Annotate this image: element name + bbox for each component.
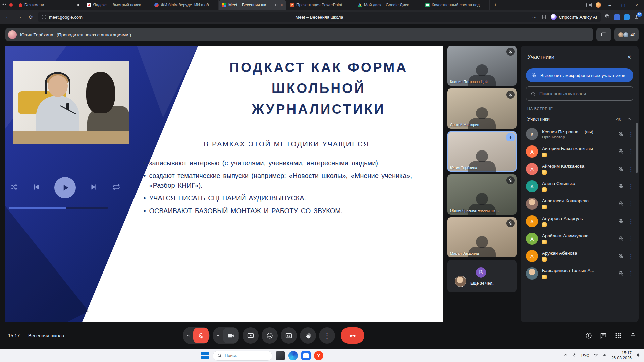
more-options-button[interactable]: ⋮ [628, 218, 633, 225]
previous-track-icon[interactable] [32, 183, 41, 193]
more-options-button[interactable]: ⋮ [628, 200, 633, 207]
notification-bell-icon[interactable] [636, 353, 641, 359]
tab-close-icon[interactable]: × [280, 3, 283, 7]
participant-row[interactable]: ААрайлым Алимкулова⋮ [523, 230, 636, 247]
more-options-button[interactable]: ⋮ [628, 253, 633, 260]
panel-scrollbar[interactable] [636, 123, 638, 173]
edge-icon[interactable] [288, 351, 298, 360]
mic-off-icon[interactable] [618, 218, 624, 224]
present-button[interactable] [243, 327, 259, 344]
tab-sheets[interactable]: Качественный состав пед [422, 0, 490, 10]
video-tile[interactable]: Марал Закарина [447, 217, 517, 257]
taskbar-app-icon[interactable] [276, 351, 285, 360]
mic-options-chevron[interactable] [184, 333, 193, 338]
site-info-icon[interactable] [42, 15, 46, 19]
tab-yandex-search[interactable]: ЯЯндекс — быстрый поиск [83, 0, 151, 10]
address-bar[interactable]: meet.google.com Meet – Весенняя школа ⋯ … [38, 12, 601, 22]
tray-chevron-icon[interactable] [563, 353, 568, 359]
meeting-details-button[interactable] [585, 332, 592, 339]
presentation-mode-button[interactable] [596, 28, 611, 41]
mic-off-icon[interactable] [618, 148, 624, 155]
network-icon[interactable] [593, 353, 598, 359]
participant-row[interactable]: ААружан Абенова⋮ [523, 247, 636, 265]
participant-row[interactable]: ААйгерим Бахытжанкызы⋮ [523, 143, 636, 160]
mute-all-button[interactable]: Выключить микрофоны всех участников [526, 68, 633, 82]
participants-count-button[interactable]: 40 [614, 28, 639, 41]
more-options-button[interactable]: ⋮ [628, 131, 633, 138]
mic-off-icon[interactable] [618, 183, 624, 189]
participants-group-header[interactable]: Участники 40 [523, 113, 636, 125]
video-tile[interactable]: Сергей Мисюрин [447, 88, 517, 129]
tab-meet[interactable]: Meet – Весенняя шк× [219, 0, 286, 10]
taskbar-search[interactable]: Поиск [213, 351, 272, 361]
mic-off-icon[interactable] [618, 131, 624, 137]
chat-button[interactable] [600, 332, 607, 339]
video-tile[interactable]: Юлия Терёхина [447, 131, 517, 172]
next-track-icon[interactable] [90, 183, 98, 193]
more-options-button[interactable]: ⋮ [628, 166, 633, 173]
minimize-button[interactable]: – [605, 0, 614, 10]
extension-icon[interactable] [614, 14, 620, 20]
participant-search-input[interactable] [539, 91, 629, 96]
bookmark-flag-icon[interactable] [541, 14, 547, 20]
forward-button[interactable]: → [15, 12, 24, 22]
participant-row[interactable]: ААйгерим Калжанова⋮ [523, 160, 636, 178]
tab-untitled[interactable]: Без имени [15, 0, 83, 10]
camera-toggle-button[interactable] [223, 328, 238, 343]
url-text[interactable]: meet.google.com [49, 15, 83, 20]
overflow-tile[interactable]: ВЕщё 34 чел. [447, 260, 517, 292]
tab-gdrive[interactable]: Мой диск – Google Диск [354, 0, 422, 10]
side-panel-icon[interactable] [586, 3, 592, 7]
repeat-icon[interactable] [112, 183, 121, 193]
yandex-browser-icon[interactable]: Y [314, 351, 323, 360]
more-options-button[interactable]: ⋮ [319, 327, 335, 344]
audio-progress-bar[interactable] [9, 207, 108, 209]
participant-row[interactable]: ААлена Слынько⋮ [523, 178, 636, 195]
copy-icon[interactable] [604, 14, 610, 21]
tab-ai-education[interactable]: ЖИ білім беруде. ИИ в об [151, 0, 219, 10]
more-options-button[interactable]: ⋮ [628, 183, 633, 190]
panel-close-button[interactable]: × [623, 51, 635, 63]
shuffle-icon[interactable] [9, 183, 18, 193]
participant-search[interactable] [526, 86, 633, 101]
mic-off-icon[interactable] [618, 270, 624, 277]
extension-icon-2[interactable] [624, 14, 630, 20]
mic-off-icon[interactable] [618, 253, 624, 259]
tab-powerpoint[interactable]: PПрезентация PowerPoint [286, 0, 354, 10]
end-call-button[interactable] [341, 327, 364, 344]
participant-row[interactable]: ААнуарова Анаргуль⋮ [523, 213, 636, 230]
language-indicator[interactable]: РУС [581, 353, 589, 358]
raise-hand-button[interactable] [300, 327, 316, 344]
captions-button[interactable] [281, 327, 297, 344]
start-button[interactable] [201, 352, 209, 360]
participant-row[interactable]: ККсения Петровна ... (вы)Организатор⋮ [523, 125, 636, 143]
host-controls-button[interactable] [629, 332, 637, 339]
window-close-button[interactable]: × [632, 0, 641, 10]
store-icon[interactable] [301, 351, 311, 360]
new-tab-button[interactable]: + [491, 1, 500, 9]
more-actions-icon[interactable]: ⋯ [532, 15, 537, 20]
mic-toggle-button[interactable] [193, 328, 209, 343]
alice-button[interactable]: Спросить Алису AI [551, 14, 597, 20]
back-button[interactable]: ← [3, 12, 13, 22]
video-tile[interactable]: Общеобразовательная шко... [447, 174, 517, 215]
window-speaker-icon[interactable] [2, 2, 7, 8]
participant-row[interactable]: Байсаринова Толкын А...⋮ [523, 265, 636, 282]
camera-options-chevron[interactable] [214, 333, 222, 338]
downloads-button[interactable]: 70 [634, 14, 639, 20]
reload-button[interactable]: ⟳ [26, 12, 36, 22]
tray-mic-icon[interactable] [572, 353, 577, 359]
mic-off-icon[interactable] [618, 201, 624, 207]
participant-row[interactable]: Анастасия Кошкарева⋮ [523, 195, 636, 213]
more-options-button[interactable]: ⋮ [628, 148, 633, 155]
mic-off-icon[interactable] [618, 236, 624, 242]
reactions-button[interactable] [262, 327, 278, 344]
maximize-button[interactable]: ▢ [619, 0, 628, 10]
volume-icon[interactable] [602, 353, 607, 359]
more-options-button[interactable]: ⋮ [628, 235, 633, 242]
play-button[interactable] [54, 177, 76, 198]
tab-audio-icon[interactable] [274, 3, 278, 7]
mic-off-icon[interactable] [618, 166, 624, 172]
video-tile[interactable]: Ксения Петровна Цой [447, 46, 517, 86]
more-options-button[interactable]: ⋮ [628, 270, 633, 277]
